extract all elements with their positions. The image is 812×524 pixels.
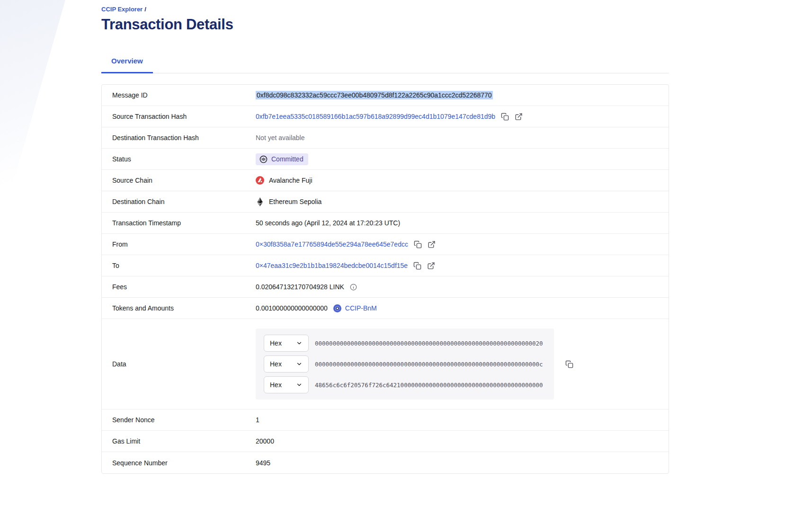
data-line: Hex 48656c6c6f20576f726c6421000000000000… [264,376,554,393]
chevron-down-icon [296,382,303,388]
row-label: To [102,262,256,269]
breadcrumb-separator: / [144,6,146,13]
copy-icon[interactable] [501,113,509,121]
fees-value: 0.020647132170704928 LINK [256,283,344,291]
background-decoration [0,0,109,199]
dest-chain-name: Ethereum Sepolia [269,198,321,205]
table-row-timestamp: Transaction Timestamp 50 seconds ago (Ap… [102,213,669,234]
tab-bar: Overview [101,51,669,73]
row-label: Message ID [102,91,256,99]
tab-overview[interactable]: Overview [101,51,153,73]
sender-nonce-value: 1 [256,416,259,424]
row-label: Gas Limit [102,437,256,445]
data-line: Hex 000000000000000000000000000000000000… [264,355,554,373]
gas-limit-value: 20000 [256,437,274,445]
hex-format-select[interactable]: Hex [264,335,309,352]
timestamp-value: 50 seconds ago (April 12, 2024 at 17:20:… [256,219,400,227]
data-hex-panel: Hex 000000000000000000000000000000000000… [256,329,554,400]
table-row-tokens: Tokens and Amounts 0.001000000000000000 … [102,298,669,319]
table-row-dest-tx-hash: Destination Transaction Hash Not yet ava… [102,127,669,149]
row-label: Sequence Number [102,459,256,467]
copy-icon[interactable] [414,240,422,249]
row-label: Source Transaction Hash [102,113,256,120]
source-tx-hash-link[interactable]: 0xfb7e1eea5335c018589166b1ac597b618a9289… [256,113,495,120]
from-address-link[interactable]: 0×30f8358a7e17765894de55e294a78ee645e7ed… [256,240,408,248]
row-label: Destination Transaction Hash [102,134,256,142]
hex-data-line: 0000000000000000000000000000000000000000… [315,340,550,347]
external-link-icon[interactable] [515,113,523,121]
hex-format-select[interactable]: Hex [264,376,309,393]
ethereum-sepolia-icon [256,197,264,206]
copy-icon[interactable] [413,262,421,270]
sequence-number-value: 9495 [256,459,270,467]
main-content: CCIP Explorer/ Transaction Details Overv… [101,0,669,474]
table-row-sequence-number: Sequence Number 9495 [102,452,669,473]
avalanche-fuji-icon [256,176,264,185]
breadcrumb-link-ccip-explorer[interactable]: CCIP Explorer [101,6,143,13]
row-label: Destination Chain [102,198,256,205]
page-title: Transaction Details [101,16,669,33]
table-row-dest-chain: Destination Chain Ethereum Sepolia [102,191,669,213]
ccip-bnm-token-link[interactable]: CCIP-BnM [345,304,377,312]
hex-data-line: 48656c6c6f20576f726c64210000000000000000… [315,382,550,389]
hex-format-select-value: Hex [270,360,282,368]
info-icon[interactable] [350,284,357,291]
table-row-message-id: Message ID 0xf8dc098c832332ac59ccc73ee00… [102,85,669,106]
row-label: Transaction Timestamp [102,219,256,227]
table-row-sender-nonce: Sender Nonce 1 [102,409,669,431]
row-label: Source Chain [102,177,256,184]
row-label: Tokens and Amounts [102,304,256,312]
table-row-data: Data Hex 0000000000000000000000000000000… [102,319,669,409]
table-row-status: Status Committed [102,149,669,170]
ccip-bnm-token-icon [333,304,341,312]
data-line: Hex 000000000000000000000000000000000000… [264,335,554,352]
committed-status-icon [259,155,268,163]
copy-icon[interactable] [565,360,573,368]
chevron-down-icon [296,361,303,367]
table-row-source-tx-hash: Source Transaction Hash 0xfb7e1eea5335c0… [102,106,669,127]
to-address-link[interactable]: 0×47eaa31c9e2b1b1ba19824bedcbe0014c15df1… [256,262,408,269]
table-row-from: From 0×30f8358a7e17765894de55e294a78ee64… [102,234,669,255]
chevron-down-icon [296,340,303,346]
table-row-source-chain: Source Chain Avalanche Fuji [102,170,669,191]
message-id-value[interactable]: 0xf8dc098c832332ac59ccc73ee00b480975d8f1… [256,91,493,99]
row-label: Fees [102,283,256,291]
external-link-icon[interactable] [427,262,435,270]
status-badge-label: Committed [271,155,303,163]
transaction-details-table: Message ID 0xf8dc098c832332ac59ccc73ee00… [101,84,669,474]
hex-data-line: 0000000000000000000000000000000000000000… [315,361,550,368]
hex-format-select[interactable]: Hex [264,355,309,373]
row-label: Status [102,155,256,163]
table-row-gas-limit: Gas Limit 20000 [102,431,669,452]
hex-format-select-value: Hex [270,381,282,389]
external-link-icon[interactable] [428,240,436,249]
status-badge: Committed [256,153,308,165]
source-chain-name: Avalanche Fuji [269,177,312,184]
dest-tx-hash-value: Not yet available [256,134,305,142]
row-label: From [102,240,256,248]
table-row-fees: Fees 0.020647132170704928 LINK [102,276,669,298]
table-row-to: To 0×47eaa31c9e2b1b1ba19824bedcbe0014c15… [102,255,669,276]
breadcrumb: CCIP Explorer/ [101,6,669,13]
hex-format-select-value: Hex [270,339,282,347]
row-label: Sender Nonce [102,416,256,424]
token-amount: 0.001000000000000000 [256,304,328,312]
row-label: Data [102,360,256,368]
